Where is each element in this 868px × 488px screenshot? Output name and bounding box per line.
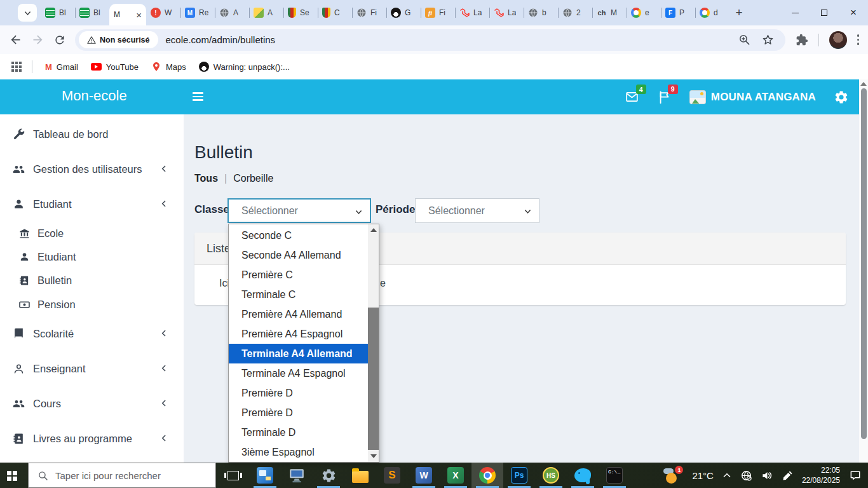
scroll-up-icon[interactable] — [860, 82, 867, 86]
dropdown-option[interactable]: Terminale A4 Espagnol — [229, 363, 368, 383]
dropdown-option[interactable]: Première A4 Allemand — [229, 304, 368, 324]
extensions-icon[interactable] — [796, 34, 808, 46]
profile-avatar[interactable] — [829, 31, 847, 49]
volume-icon[interactable] — [761, 470, 773, 482]
taskbar-app-sublime[interactable]: S — [376, 463, 408, 488]
zoom-icon[interactable] — [738, 34, 750, 46]
pen-icon[interactable] — [782, 470, 793, 481]
bookmark-star-icon[interactable] — [762, 34, 774, 46]
scroll-up-icon[interactable] — [370, 228, 377, 232]
dropdown-option[interactable]: Terminale D — [229, 423, 368, 442]
browser-tab[interactable]: MRe — [180, 0, 215, 25]
browser-tab[interactable]: FP — [661, 0, 695, 25]
browser-tab[interactable]: La — [489, 0, 524, 25]
browser-menu-icon[interactable] — [857, 34, 860, 45]
classe-select[interactable]: Sélectionner — [227, 198, 371, 223]
browser-tab[interactable]: e — [627, 0, 661, 25]
sidebar-item-livres-au-programme[interactable]: Livres au programme — [0, 429, 184, 448]
taskbar-app-settings[interactable] — [313, 463, 344, 488]
browser-tab[interactable]: Fi — [352, 0, 386, 25]
sidebar-item-tableau-de-bord[interactable]: Tableau de bord — [0, 125, 184, 144]
notifications-button[interactable]: 9 — [658, 90, 672, 104]
taskbar-app-file-explorer[interactable] — [344, 463, 376, 488]
bookmark-youtube[interactable]: YouTube — [91, 62, 139, 72]
dropdown-option[interactable]: Première A4 Espagnol — [229, 324, 368, 344]
scrollbar-thumb[interactable] — [368, 308, 379, 450]
page-scrollbar[interactable] — [859, 79, 868, 463]
periode-select[interactable]: Sélectionner — [415, 198, 539, 223]
bookmark-github[interactable]: Warning: unpack():... — [199, 62, 290, 72]
taskbar-app-photoshop[interactable]: Ps — [503, 463, 535, 488]
dropdown-option[interactable]: Première D — [229, 383, 368, 403]
sidebar-item-enseignant[interactable]: Enseignant — [0, 359, 184, 378]
back-button[interactable] — [9, 33, 22, 46]
bookmark-gmail[interactable]: MGmail — [45, 62, 78, 72]
reload-button[interactable] — [53, 34, 66, 46]
messages-button[interactable]: 4 — [624, 90, 640, 104]
sidebar-item-etudiant[interactable]: Etudiant — [0, 194, 184, 214]
address-bar[interactable]: Non sécurisé ecole.com/admin/bulletins — [75, 29, 785, 51]
dropdown-option[interactable]: Seconde A4 Allemand — [229, 245, 368, 265]
temperature[interactable]: 21°C — [692, 470, 714, 481]
browser-tab[interactable]: fiFi — [421, 0, 455, 25]
dropdown-scrollbar[interactable] — [368, 224, 379, 462]
taskbar-app-heidisql[interactable]: HS — [535, 463, 567, 488]
clock[interactable]: 22:05 22/08/2025 — [802, 465, 840, 485]
tray-chevron-up-icon[interactable] — [722, 471, 731, 480]
browser-tab[interactable]: chM — [592, 0, 627, 25]
new-tab-button[interactable]: + — [729, 3, 749, 22]
taskbar-app-computer[interactable] — [281, 463, 313, 488]
app-brand[interactable]: Mon-ecole — [62, 88, 127, 104]
browser-tab[interactable]: A — [215, 0, 249, 25]
dropdown-option[interactable]: 3ième Espagnol — [229, 442, 368, 462]
tab-search-button[interactable] — [18, 4, 37, 22]
browser-tab[interactable]: Bl — [75, 0, 109, 25]
taskbar-app-excel[interactable]: X — [440, 463, 471, 488]
filter-corbeille[interactable]: Corbeille — [233, 173, 273, 184]
filter-tous[interactable]: Tous — [194, 173, 218, 184]
sidebar-item-etudiant-sub[interactable]: Etudiant — [0, 247, 184, 266]
browser-tab[interactable]: 2 — [558, 0, 592, 25]
browser-tab[interactable]: A — [249, 0, 283, 25]
dropdown-option[interactable]: Première D — [229, 403, 368, 423]
taskbar-app-chrome[interactable] — [471, 463, 503, 488]
tab-close-icon[interactable]: × — [136, 10, 142, 20]
taskbar-app-console[interactable] — [249, 463, 281, 488]
security-chip[interactable]: Non sécurisé — [79, 31, 158, 48]
url-text[interactable]: ecole.com/admin/bulletins — [166, 34, 276, 45]
dropdown-option[interactable]: Terminale C — [229, 285, 368, 304]
minimize-button[interactable] — [780, 0, 810, 25]
sidebar-toggle-icon[interactable] — [193, 92, 203, 101]
browser-tab[interactable]: La — [455, 0, 489, 25]
sidebar-item-scolarite[interactable]: Scolarité — [0, 324, 184, 343]
taskbar-app-laragon[interactable] — [567, 463, 599, 488]
browser-tab[interactable]: d — [695, 0, 729, 25]
browser-tab[interactable]: C — [318, 0, 352, 25]
start-button[interactable] — [0, 463, 28, 488]
taskbar-app-word[interactable]: W — [408, 463, 440, 488]
taskbar-app-terminal[interactable]: C:\_ — [599, 463, 630, 488]
notification-center-icon[interactable] — [849, 469, 862, 482]
network-offline-icon[interactable] — [740, 470, 752, 482]
sidebar-item-cours[interactable]: Cours — [0, 394, 184, 413]
restore-button[interactable] — [810, 0, 839, 25]
browser-tab[interactable]: Bl — [41, 0, 75, 25]
user-menu[interactable]: MOUNA ATANGANA — [689, 90, 816, 104]
sidebar-item-ecole[interactable]: Ecole — [0, 224, 184, 243]
browser-tab[interactable]: Se — [283, 0, 318, 25]
browser-tab[interactable]: G — [386, 0, 421, 25]
settings-gears-icon[interactable] — [834, 90, 849, 105]
sidebar-item-pension[interactable]: Pension — [0, 295, 184, 314]
close-button[interactable]: × — [839, 0, 868, 25]
scrollbar-thumb[interactable] — [861, 88, 867, 439]
sidebar-item-bulletin[interactable]: Bulletin — [0, 271, 184, 290]
dropdown-option[interactable]: Seconde C — [229, 226, 368, 245]
sidebar-item-gestion-utilisateurs[interactable]: Gestion des utilisateurs — [0, 159, 184, 179]
forward-button[interactable] — [31, 33, 44, 46]
apps-grid-icon[interactable] — [11, 62, 14, 64]
bookmark-maps[interactable]: Maps — [151, 62, 186, 72]
browser-tab[interactable]: !W — [146, 0, 180, 25]
dropdown-option-highlighted[interactable]: Terminale A4 Allemand — [229, 344, 368, 363]
dropdown-option[interactable]: Première C — [229, 265, 368, 285]
browser-tab[interactable]: b — [524, 0, 558, 25]
